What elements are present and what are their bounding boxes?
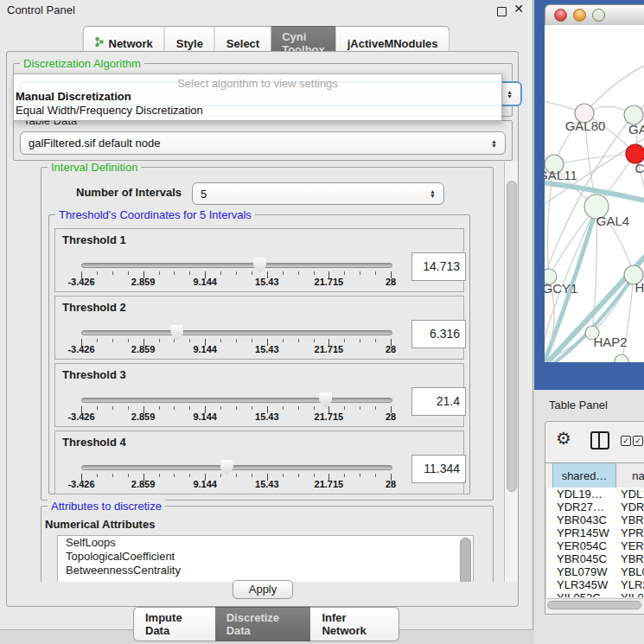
stepper-icon: ▲▼ bbox=[430, 189, 436, 198]
network-node-label: GAL80 bbox=[565, 118, 606, 133]
threshold-rows: Threshold 1-3.4262.8599.14415.4321.71528… bbox=[54, 228, 464, 498]
bottom-tabs: Impute Data Discretize Data Infer Networ… bbox=[133, 607, 399, 641]
scale-label: 15.43 bbox=[255, 479, 279, 489]
table-row[interactable]: YBL079WYBL079W bbox=[546, 565, 644, 578]
table-header-row: shared… name bbox=[545, 462, 644, 488]
network-view-window: GAL80GALCGAL11GAL4GCY1HHAP2 bbox=[534, 0, 644, 390]
group-title: Discretization Algorithm bbox=[20, 57, 144, 70]
threshold-value-field[interactable]: 11.344 bbox=[411, 455, 466, 483]
group-title: Attributes to discretize bbox=[48, 500, 165, 513]
threshold-value-field[interactable]: 21.4 bbox=[411, 387, 466, 416]
slider-track[interactable] bbox=[81, 330, 392, 335]
network-node-label: GAL4 bbox=[596, 214, 629, 228]
settings-scroll-area: Interval Definition Number of Intervals … bbox=[13, 162, 502, 582]
table-row[interactable]: YER054CYER054C bbox=[546, 539, 644, 552]
table-row[interactable]: YIL052CYIL052C bbox=[546, 591, 644, 597]
network-node-label: GAL11 bbox=[545, 168, 577, 182]
table-row[interactable]: YBR043CYBR043C bbox=[546, 513, 644, 526]
number-of-intervals-label: Number of Intervals bbox=[76, 186, 182, 199]
dropdown-option-manual-discretization[interactable]: Manual Discretization bbox=[14, 90, 501, 104]
scale-label: 21.715 bbox=[315, 411, 344, 422]
threshold-label: Threshold 4 bbox=[62, 436, 126, 449]
scale-label: 15.43 bbox=[255, 344, 279, 354]
tab-label: Infer Network bbox=[322, 611, 387, 637]
close-traffic-light[interactable] bbox=[554, 9, 567, 22]
scale-label: 9.144 bbox=[193, 344, 217, 354]
table-row[interactable]: YLR345WYLR345W bbox=[546, 578, 644, 591]
interval-definition-group: Interval Definition Number of Intervals … bbox=[41, 167, 494, 501]
network-node-label: C bbox=[635, 161, 644, 175]
slider-ticks bbox=[81, 271, 391, 280]
network-canvas[interactable]: GAL80GALCGAL11GAL4GCY1HHAP2 bbox=[545, 25, 644, 362]
table-data-group: Table Data galFiltered.sif default node … bbox=[13, 120, 513, 161]
column-header-name[interactable]: name bbox=[616, 463, 644, 488]
zoom-traffic-light[interactable] bbox=[592, 9, 605, 22]
network-tab-icon bbox=[94, 36, 104, 50]
slider-track[interactable] bbox=[81, 263, 392, 268]
table-data-combobox[interactable]: galFiltered.sif default node ▲▼ bbox=[20, 131, 506, 155]
threshold-value-field[interactable]: 14.713 bbox=[411, 252, 466, 281]
scale-label: 28 bbox=[386, 479, 396, 489]
numerical-attributes-list[interactable]: SelfLoopsTopologicalCoefficientBetweenne… bbox=[57, 535, 474, 582]
settings-scrollbar[interactable] bbox=[504, 162, 518, 582]
group-title: Interval Definition bbox=[48, 162, 141, 174]
list-item[interactable]: SelfLoops bbox=[58, 536, 473, 550]
close-icon[interactable]: ✕ bbox=[513, 3, 524, 14]
slider-track[interactable] bbox=[81, 465, 392, 470]
tab-label: jActiveMNodules bbox=[348, 37, 438, 50]
slider-ticks bbox=[81, 339, 391, 348]
scale-label: 9.144 bbox=[193, 479, 217, 489]
control-panel-window: Control Panel ✕ Network Style Select Cyn… bbox=[0, 0, 533, 630]
dropdown-prompt: Select algorithm to view settings bbox=[14, 74, 501, 90]
scrollbar-thumb[interactable] bbox=[507, 181, 517, 492]
table-hscrollbar[interactable] bbox=[545, 598, 643, 610]
tab-impute-data[interactable]: Impute Data bbox=[133, 607, 215, 641]
algorithm-dropdown-popup: Select algorithm to view settings Manual… bbox=[13, 73, 502, 121]
checkbox-icon[interactable]: ✓ bbox=[633, 436, 643, 446]
dropdown-option-equal-width-frequency[interactable]: Equal Width/Frequency Discretization bbox=[14, 104, 501, 118]
checkbox-icon[interactable]: ✓ bbox=[621, 436, 631, 446]
table-row[interactable]: YPR145WYPR145W bbox=[546, 526, 644, 539]
tab-label: Discretize Data bbox=[226, 611, 300, 637]
network-node bbox=[615, 354, 628, 362]
stepper-icon: ▲▼ bbox=[507, 90, 513, 99]
threshold-label: Threshold 2 bbox=[62, 301, 126, 314]
threshold-row: Threshold 3-3.4262.8599.14415.4321.71528… bbox=[54, 363, 464, 427]
group-title: Threshold's Coordinates for 5 Intervals bbox=[55, 208, 255, 221]
table-row[interactable]: YBR045CYBR045C bbox=[546, 552, 644, 565]
hscrollbar-thumb[interactable] bbox=[547, 601, 641, 609]
tab-label: Select bbox=[226, 37, 259, 50]
table-row[interactable]: YDR27…YDR27 bbox=[546, 501, 644, 513]
numerical-attributes-label: Numerical Attributes bbox=[45, 518, 155, 531]
table-data-selected: galFiltered.sif default node bbox=[29, 137, 160, 150]
slider-ticks bbox=[81, 474, 391, 482]
network-node-label: H bbox=[635, 280, 644, 295]
list-item[interactable]: BetweennessCentrality bbox=[58, 564, 473, 577]
float-window-icon[interactable] bbox=[497, 7, 507, 16]
scale-label: 15.43 bbox=[255, 277, 279, 287]
tab-infer-network[interactable]: Infer Network bbox=[310, 607, 399, 641]
apply-button[interactable]: Apply bbox=[233, 580, 293, 599]
table-panel: ⚙ ✓ ✓ shared… name YDL19…YDL19YDR27…YDR2… bbox=[545, 421, 644, 615]
slider-track[interactable] bbox=[81, 398, 392, 403]
threshold-value-field[interactable]: 6.316 bbox=[411, 320, 466, 348]
scale-label: 28 bbox=[386, 344, 396, 354]
gear-icon[interactable]: ⚙ bbox=[556, 426, 571, 450]
table-row[interactable]: YDL19…YDL19 bbox=[546, 488, 644, 501]
scale-label: -3.426 bbox=[67, 277, 94, 287]
threshold-label: Threshold 1 bbox=[62, 233, 126, 246]
column-header-shared-name[interactable]: shared… bbox=[552, 463, 616, 488]
table-panel-title: Table Panel bbox=[549, 399, 608, 411]
window-title: Control Panel bbox=[7, 3, 75, 16]
columns-icon[interactable] bbox=[590, 431, 609, 450]
list-item[interactable]: TopologicalCoefficient bbox=[58, 550, 473, 564]
list-scrollbar[interactable] bbox=[460, 538, 471, 582]
table-rows[interactable]: YDL19…YDL19YDR27…YDR27YBR043CYBR043CYPR1… bbox=[545, 488, 644, 597]
screen: Control Panel ✕ Network Style Select Cyn… bbox=[0, 0, 644, 644]
tab-discretize-data[interactable]: Discretize Data bbox=[215, 607, 311, 641]
scale-label: 2.859 bbox=[131, 344, 156, 354]
minimize-traffic-light[interactable] bbox=[573, 9, 586, 22]
number-of-intervals-combobox[interactable]: 5 ▲▼ bbox=[192, 182, 444, 205]
scale-label: 2.859 bbox=[131, 277, 156, 287]
attributes-group: Attributes to discretize Numerical Attri… bbox=[41, 506, 494, 582]
